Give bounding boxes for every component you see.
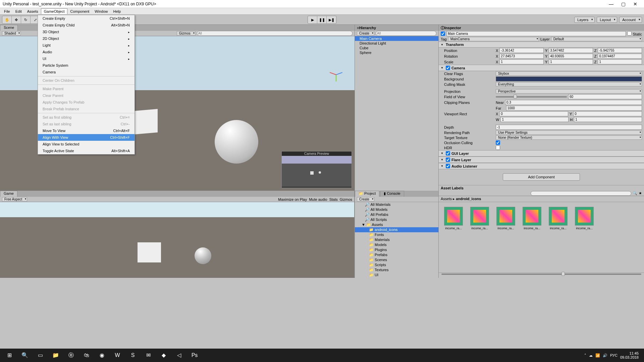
add-component-button[interactable]: Add Component (503, 173, 580, 181)
menu-assets[interactable]: Assets (24, 9, 41, 14)
hierarchy-item[interactable]: Cube (355, 46, 438, 50)
asset-thumbnail[interactable]: income_ra... (522, 207, 542, 230)
menu-item-align-view-to-selected[interactable]: Align View to Selected (38, 141, 135, 147)
folder-item[interactable]: 📁 Models (355, 242, 438, 247)
favorite-item[interactable]: 🔎 All Materials (355, 202, 438, 207)
menu-help[interactable]: Help (110, 9, 123, 14)
hierarchy-search-input[interactable] (376, 31, 436, 36)
near-input[interactable] (505, 100, 642, 105)
game-tab[interactable]: Game (0, 191, 17, 197)
search-icon[interactable]: 🔍 (17, 349, 32, 361)
filter-icon[interactable]: 🔍 (633, 191, 637, 195)
save-search-icon[interactable]: ★ (639, 191, 642, 195)
folder-item[interactable]: 📁 Fonts (355, 232, 438, 237)
project-create-dropdown[interactable]: Create (357, 197, 374, 201)
flare-layer-header[interactable]: Flare Layer (439, 157, 644, 163)
close-button[interactable]: ✕ (629, 0, 641, 8)
menu-item-3d-object[interactable]: 3D Object (38, 28, 135, 35)
asset-thumbnail[interactable]: income_ra... (574, 207, 594, 230)
rotation-z-input[interactable] (598, 54, 642, 59)
mail-icon[interactable]: ✉ (141, 349, 156, 361)
scene-tab[interactable]: Scene (0, 25, 18, 31)
pause-button[interactable]: ❚❚ (317, 16, 327, 23)
game-opt-gizmos[interactable]: Gizmos (340, 197, 352, 201)
menu-item-audio[interactable]: Audio (38, 49, 135, 55)
store-icon[interactable]: 🛍 (79, 349, 94, 361)
folder-item[interactable]: 📁 Scenes (355, 257, 438, 262)
tray-wifi-icon[interactable]: 📶 (595, 353, 600, 358)
hand-tool-icon[interactable]: ✋ (2, 16, 12, 23)
transform-component-header[interactable]: Transform (439, 42, 644, 48)
folder-item[interactable]: 📁 UI (355, 273, 438, 278)
hierarchy-item[interactable]: Sphere (355, 50, 438, 55)
unity-icon[interactable]: ◁ (172, 349, 186, 361)
edge-icon[interactable]: ⓔ (64, 349, 78, 361)
sublime-icon[interactable]: S (125, 349, 140, 361)
project-search-input[interactable] (531, 191, 631, 196)
play-button[interactable]: ▶ (308, 16, 317, 23)
menu-item-particle-system[interactable]: Particle System (38, 62, 135, 69)
asset-thumbnail[interactable]: income_ra... (496, 207, 516, 230)
maximize-button[interactable]: ▢ (617, 0, 629, 8)
game-opt-mute-audio[interactable]: Mute audio (309, 197, 327, 201)
menu-item-toggle-active-state[interactable]: Toggle Active StateAlt+Shift+A (38, 147, 135, 154)
menu-item-move-to-view[interactable]: Move To ViewCtrl+Alt+F (38, 127, 135, 134)
audio-listener-header[interactable]: Audio Listener (439, 163, 644, 169)
start-button[interactable]: ⊞ (2, 349, 17, 361)
folder-item[interactable]: 📁 UnityAds (355, 278, 438, 278)
project-tab[interactable]: 📁 Project (355, 191, 379, 197)
scene-cube-gizmo[interactable] (134, 109, 158, 134)
aspect-dropdown[interactable]: Free Aspect (2, 197, 27, 201)
rotate-tool-icon[interactable]: ↻ (21, 16, 31, 23)
menu-file[interactable]: File (1, 9, 13, 14)
tray-chevron-icon[interactable]: ˄ (584, 353, 586, 358)
target-texture-dropdown[interactable]: None (Render Texture) (496, 135, 642, 140)
move-tool-icon[interactable]: ✥ (12, 16, 21, 23)
favorite-item[interactable]: 🔎 All Scripts (355, 217, 438, 222)
position-x-input[interactable] (499, 48, 544, 53)
object-name-input[interactable] (446, 31, 626, 36)
viewport-h-input[interactable] (574, 117, 642, 122)
menu-gameobject[interactable]: GameObject (41, 8, 68, 14)
scale-z-input[interactable] (598, 59, 642, 64)
far-input[interactable] (506, 106, 642, 111)
gizmos-dropdown[interactable]: Gizmos (177, 31, 196, 36)
static-checkbox[interactable] (627, 31, 632, 36)
menu-edit[interactable]: Edit (13, 9, 24, 14)
step-button[interactable]: ▶❚ (327, 16, 336, 23)
game-opt-maximize-on-play[interactable]: Maximize on Play (278, 197, 307, 201)
explorer-icon[interactable]: 📁 (48, 349, 63, 361)
menu-item-camera[interactable]: Camera (38, 69, 135, 75)
account-dropdown[interactable]: Account (619, 17, 642, 23)
tray-lang[interactable]: РУС (610, 353, 618, 357)
background-color-picker[interactable] (496, 76, 642, 81)
console-tab[interactable]: ▮ Console (380, 191, 404, 197)
tag-dropdown[interactable]: MainCamera (448, 37, 539, 41)
position-y-input[interactable] (549, 48, 593, 53)
layer-dropdown[interactable]: Default (551, 37, 642, 41)
folder-item[interactable]: 📁 Textures (355, 267, 438, 273)
menu-component[interactable]: Component (67, 9, 92, 14)
position-z-input[interactable] (598, 48, 642, 53)
word-icon[interactable]: W (110, 349, 125, 361)
folder-item[interactable]: 📁 Prefabs (355, 252, 438, 257)
task-view-icon[interactable]: ▭ (33, 349, 48, 361)
chrome-icon[interactable]: ◉ (95, 349, 109, 361)
game-opt-stats[interactable]: Stats (329, 197, 338, 201)
fov-input[interactable] (568, 94, 642, 99)
occlusion-checkbox[interactable] (496, 140, 500, 145)
fov-slider[interactable] (496, 96, 567, 98)
favorite-item[interactable]: 🔎 All Models (355, 207, 438, 212)
tray-volume-icon[interactable]: 🔊 (603, 353, 607, 358)
menu-item-create-empty[interactable]: Create EmptyCtrl+Shift+N (38, 15, 135, 22)
viewport-x-input[interactable] (499, 111, 568, 116)
rotation-y-input[interactable] (549, 54, 593, 59)
hierarchy-item[interactable]: Directional Light (355, 41, 438, 46)
app-icon[interactable]: ◆ (156, 349, 171, 361)
photoshop-icon[interactable]: Ps (187, 349, 202, 361)
thumbnail-size-slider[interactable] (441, 274, 641, 275)
menu-item-align-with-view[interactable]: Align With ViewCtrl+Shift+F (38, 134, 135, 141)
assets-root[interactable]: ▼ 📁 Assets (355, 222, 438, 227)
viewport-w-input[interactable] (500, 117, 569, 122)
minimize-button[interactable]: — (605, 0, 617, 8)
